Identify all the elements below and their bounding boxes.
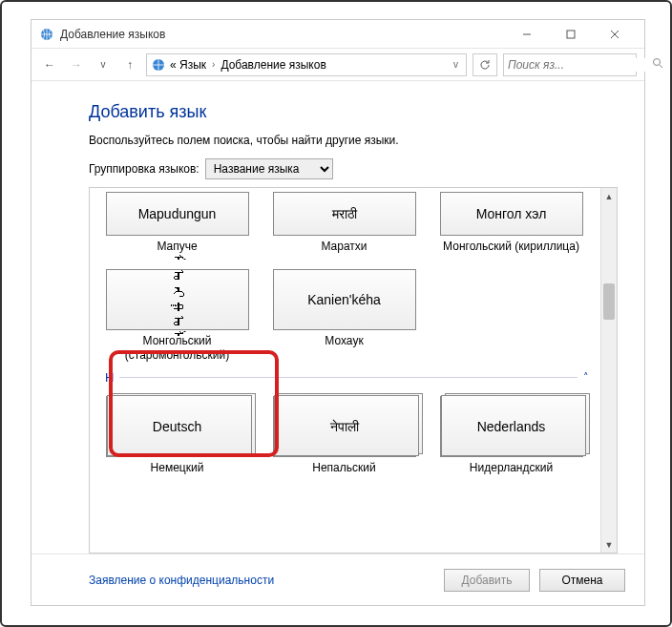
group-divider	[119, 377, 578, 378]
language-tile-dutch[interactable]: Nederlands	[440, 396, 583, 457]
language-label: Мапуче	[157, 240, 197, 254]
breadcrumb-page[interactable]: Добавление языков	[220, 58, 326, 72]
recent-chevron[interactable]: v	[93, 54, 114, 75]
language-label: Монгольский (старомонгольский)	[103, 334, 251, 363]
svg-line-7	[660, 65, 662, 68]
back-button[interactable]: ←	[39, 54, 60, 75]
breadcrumb-root[interactable]: « Язык	[170, 58, 206, 72]
language-tile-mongolian-cyrillic[interactable]: Монгол хэл	[440, 192, 583, 236]
breadcrumb-dropdown[interactable]: v	[450, 59, 462, 70]
globe-icon	[151, 57, 166, 73]
titlebar: Добавление языков	[32, 20, 644, 49]
scroll-up-button[interactable]: ▲	[601, 188, 617, 204]
globe-icon	[39, 27, 54, 42]
add-language-window: Добавление языков ← → v ↑ « Язык › Добав…	[31, 19, 645, 606]
language-label: Нидерландский	[470, 461, 553, 475]
collapse-icon[interactable]: ˄	[583, 371, 589, 384]
grouping-select[interactable]: Название языка	[205, 158, 333, 179]
privacy-link[interactable]: Заявление о конфиденциальности	[89, 574, 434, 587]
forward-button: →	[66, 54, 87, 75]
language-label: Непальский	[312, 461, 375, 475]
content-area: Добавить язык Воспользуйтесь полем поиск…	[32, 81, 644, 554]
search-input[interactable]	[508, 58, 652, 72]
language-list: Mapudungun Мапуче मराठी Маратхи Монгол х…	[89, 187, 618, 554]
grouping-label: Группировка языков:	[89, 162, 200, 176]
language-tile-nepali[interactable]: नेपाली	[273, 396, 416, 457]
maximize-button[interactable]	[549, 20, 593, 49]
refresh-button[interactable]	[472, 53, 497, 76]
grouping-row: Группировка языков: Название языка	[89, 158, 618, 179]
up-button[interactable]: ↑	[119, 54, 140, 75]
language-tile-mapudungun[interactable]: Mapudungun	[106, 192, 249, 236]
list-inner: Mapudungun Мапуче मराठी Маратхи Монгол х…	[95, 188, 598, 553]
scroll-down-button[interactable]: ▼	[601, 536, 617, 553]
page-heading: Добавить язык	[89, 102, 618, 122]
navbar: ← → v ↑ « Язык › Добавление языков v	[32, 49, 644, 81]
scroll-thumb[interactable]	[603, 283, 615, 320]
language-label: Маратхи	[321, 240, 367, 254]
language-tile-marathi[interactable]: मराठी	[273, 192, 416, 236]
svg-rect-2	[567, 31, 575, 38]
minimize-button[interactable]	[505, 20, 549, 49]
language-tile-german[interactable]: Deutsch	[106, 396, 249, 457]
add-button[interactable]: Добавить	[444, 569, 530, 592]
language-label: Мохаук	[325, 334, 363, 348]
window-title: Добавление языков	[60, 28, 505, 41]
search-box[interactable]	[503, 53, 637, 76]
breadcrumb[interactable]: « Язык › Добавление языков v	[146, 53, 467, 76]
svg-point-6	[654, 59, 661, 66]
hint-text: Воспользуйтесь полем поиска, чтобы найти…	[89, 134, 618, 147]
close-button[interactable]	[593, 20, 637, 49]
group-header-n: Н ˄	[95, 363, 598, 385]
language-label: Монгольский (кириллица)	[443, 240, 579, 254]
footer: Заявление о конфиденциальности Добавить …	[32, 554, 644, 605]
group-letter: Н	[105, 370, 114, 385]
language-label: Немецкий	[151, 461, 204, 475]
language-tile-mongolian-traditional[interactable]: ᠮᠣᠩᠭᠣᠯ	[106, 269, 249, 330]
language-tile-mohawk[interactable]: Kanien'kéha	[273, 269, 416, 330]
scrollbar[interactable]: ▲ ▼	[600, 188, 617, 553]
chevron-right-icon: ›	[210, 59, 217, 70]
screenshot-frame: Добавление языков ← → v ↑ « Язык › Добав…	[0, 0, 672, 627]
window-buttons	[505, 20, 637, 49]
search-icon	[652, 57, 663, 72]
cancel-button[interactable]: Отмена	[539, 569, 625, 592]
